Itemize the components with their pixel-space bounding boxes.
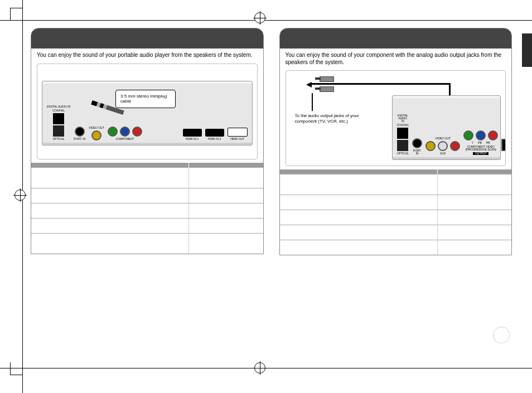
label-output: OUTPUT [473, 152, 489, 155]
optical-port [53, 125, 64, 137]
aux-callout: To the audio output jacks of your compon… [295, 112, 379, 125]
aux-in-panel: You can enjoy the sound of your componen… [279, 28, 512, 255]
hdmi-in1 [183, 129, 202, 137]
registration-mark-left [14, 190, 26, 201]
table-row [31, 233, 263, 254]
rca-plug-white [320, 76, 334, 82]
table-row [280, 240, 512, 255]
left-th2 [189, 163, 263, 168]
label-component-out: COMPONENT VIDEO (PROGRESSIVE SCAN) [463, 145, 498, 151]
table-row [31, 188, 263, 203]
label-aux: AUX [440, 152, 446, 155]
portable-in-heading [31, 28, 263, 48]
cable-top [311, 83, 450, 85]
aux-r-jack [450, 141, 460, 151]
label-optical: OPTICAL [52, 138, 64, 140]
label-digital-in-r: DIGITAL AUDIO IN [397, 114, 409, 123]
label-pr: PR [486, 142, 490, 144]
label-hdmi1: HDMI IN 1 [186, 138, 199, 140]
label-port-in: PORT. IN [74, 138, 85, 140]
table-row [31, 203, 263, 218]
pr-jack [488, 130, 498, 140]
lan-port [501, 139, 506, 151]
table-row [31, 218, 263, 233]
portable-in-steps-table [31, 163, 263, 254]
hdmi-in2 [205, 129, 224, 137]
arrow-head-icon [306, 82, 312, 88]
crop-line-top [0, 20, 532, 21]
miniplug-callout-text: 3.5 mm stereo miniplug cable [120, 94, 167, 104]
table-row [280, 195, 512, 210]
label-optical-r: OPTICAL [397, 152, 409, 155]
registration-mark-top [254, 12, 265, 23]
aux-in-intro: You can enjoy the sound of your componen… [280, 48, 512, 67]
video-aux-block: VIDEO OUT AUX [425, 137, 460, 155]
port-in-jack-r [412, 138, 422, 148]
digital-audio-block-r: DIGITAL AUDIO IN COAXIAL OPTICAL [397, 114, 409, 155]
pr-jack-l [132, 127, 142, 137]
y-jack-l [108, 127, 118, 137]
hdmi-out [228, 128, 248, 137]
page-spread: You can enjoy the sound of your portable… [31, 28, 512, 360]
label-hdmi2: HDMI IN 2 [208, 138, 221, 140]
left-column: You can enjoy the sound of your portable… [31, 28, 264, 360]
hdmi-in1-block: HDMI IN 1 [183, 129, 202, 140]
right-column: You can enjoy the sound of your componen… [279, 28, 512, 360]
lan-block: LAN [501, 139, 506, 155]
port-in-jack [75, 127, 85, 137]
leader-line [312, 93, 313, 111]
rca-tip-red [315, 88, 321, 90]
label-pb: PB [478, 142, 482, 144]
label-coaxial-r: COAXIAL [397, 124, 409, 127]
thumb-index-tab [522, 33, 532, 67]
video-out-block: VIDEO OUT [89, 127, 104, 140]
aux-callout-text: To the audio output jacks of your compon… [295, 113, 359, 124]
corner-bl [10, 362, 23, 375]
portable-in-diagram: DIGITAL AUDIO IN COAXIAL OPTICAL PORT. I… [37, 64, 258, 159]
right-th2 [437, 169, 511, 174]
table-row [280, 225, 512, 240]
rear-panel-right: DIGITAL AUDIO IN COAXIAL OPTICAL PORT. I… [392, 95, 501, 160]
label-component-l: COMPONENT [116, 138, 134, 140]
label-video-out-r: VIDEO OUT [435, 137, 451, 140]
aux-in-heading [280, 28, 512, 48]
y-jack [463, 130, 473, 140]
registration-mark-bottom [254, 362, 265, 373]
video-out-jack [91, 130, 101, 140]
label-y: Y [472, 142, 473, 144]
digital-audio-block: DIGITAL AUDIO IN COAXIAL OPTICAL [47, 105, 70, 140]
aux-l-jack [438, 141, 448, 151]
corner-tl [10, 8, 23, 21]
aux-in-diagram: To the audio output jacks of your compon… [286, 70, 506, 166]
optical-port-r [397, 140, 408, 151]
rca-plug-red [320, 86, 334, 92]
component-block-r: Y PB PR COMPONENT VIDEO (PROGRESSIVE SCA… [463, 130, 498, 155]
label-lan: LAN [505, 152, 506, 155]
label-coaxial: COAXIAL [52, 109, 65, 112]
label-video-out: VIDEO OUT [89, 127, 104, 129]
table-row [280, 210, 512, 225]
aux-in-steps-table [280, 169, 512, 255]
coaxial-port [53, 113, 64, 124]
label-hdmi-out: HDMI OUT [230, 138, 244, 140]
hdmi-in2-block: HDMI IN 2 [205, 129, 224, 140]
coaxial-port-r [397, 128, 408, 139]
pb-jack-l [120, 127, 130, 137]
pb-jack [476, 130, 486, 140]
portable-in-intro: You can enjoy the sound of your portable… [31, 48, 263, 60]
portin-block-r: PORT. IN [412, 138, 422, 155]
portable-in-panel: You can enjoy the sound of your portable… [31, 28, 264, 254]
label-port-in-r: PORT. IN [412, 149, 422, 155]
label-digital-in: DIGITAL AUDIO IN [47, 105, 70, 108]
right-th1 [280, 169, 438, 174]
video-out-jack-r [425, 141, 436, 151]
rca-tip-white [315, 77, 321, 80]
hdmi-out-block: HDMI OUT [228, 128, 248, 140]
table-row [31, 167, 263, 188]
miniplug-callout: 3.5 mm stereo miniplug cable [115, 90, 176, 108]
left-th1 [31, 163, 189, 168]
table-row [280, 174, 512, 195]
portin-block: PORT. IN [74, 127, 85, 140]
component-block-left: COMPONENT [108, 127, 142, 140]
